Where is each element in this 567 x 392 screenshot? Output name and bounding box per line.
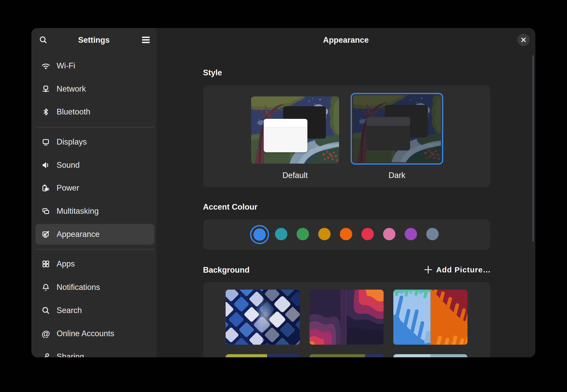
svg-text:@: @ [42, 329, 50, 338]
